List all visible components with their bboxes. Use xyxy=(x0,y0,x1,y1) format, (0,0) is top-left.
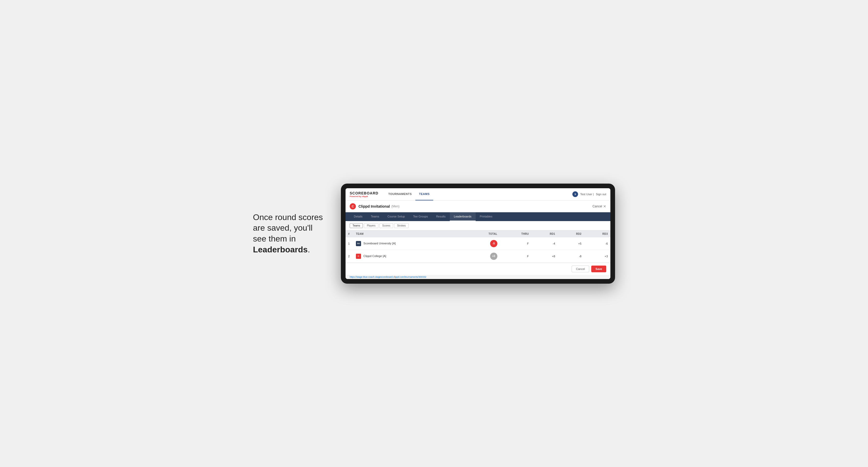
content-area: # TEAM TOTAL THRU RD1 RD2 RD3 1 SU Score… xyxy=(345,230,610,263)
team-logo: SU xyxy=(356,241,361,246)
row-rd2: +5 xyxy=(558,238,584,250)
side-description: Once round scores are saved, you'll see … xyxy=(253,212,326,255)
table-row: 2 C Clippd College [A] +3 F +8 -8 +3 xyxy=(345,250,610,262)
filter-strokes-button[interactable]: Strokes xyxy=(394,223,409,228)
logo-powered: Powered by clippd xyxy=(350,195,378,197)
col-rd1: RD1 xyxy=(531,230,558,238)
tab-teams[interactable]: Teams xyxy=(367,212,383,221)
row-rank: 2 xyxy=(345,250,353,262)
row-thru: F xyxy=(500,250,531,262)
bottom-save-button[interactable]: Save xyxy=(591,266,606,272)
row-rd1: +8 xyxy=(531,250,558,262)
side-text-part1: Once round scores are saved, you'll see … xyxy=(253,213,323,243)
nav-links: TOURNAMENTS TEAMS xyxy=(384,188,572,201)
tab-details[interactable]: Details xyxy=(350,212,367,221)
row-total: +3 xyxy=(465,250,500,262)
tournament-header: C Clippd Invitational (Men) Cancel ✕ xyxy=(345,201,610,212)
filter-players-button[interactable]: Players xyxy=(364,223,378,228)
tablet-device: SCOREBOARD Powered by clippd TOURNAMENTS… xyxy=(341,184,615,284)
logo-scoreboard: SCOREBOARD xyxy=(350,191,378,195)
tournament-title: Clippd Invitational xyxy=(359,204,390,209)
tab-navigation: Details Teams Course Setup Tee Groups Re… xyxy=(345,212,610,221)
sub-filters: Teams Players Scores Strokes xyxy=(345,221,610,230)
team-name: Clippd College [A] xyxy=(363,254,386,257)
nav-teams[interactable]: TEAMS xyxy=(415,188,433,201)
score-badge: +3 xyxy=(490,253,497,260)
row-rank: 1 xyxy=(345,238,353,250)
nav-tournaments[interactable]: TOURNAMENTS xyxy=(384,188,415,201)
user-name: Test User | xyxy=(580,193,594,196)
nav-right: S Test User | Sign out xyxy=(572,191,606,197)
logo-area: SCOREBOARD Powered by clippd xyxy=(350,191,378,197)
sign-out-link[interactable]: Sign out xyxy=(596,193,606,196)
row-team: SU Scoreboard University [A] xyxy=(353,238,465,250)
table-header-row: # TEAM TOTAL THRU RD1 RD2 RD3 xyxy=(345,230,610,238)
filter-teams-button[interactable]: Teams xyxy=(350,223,363,228)
status-url: https://stage-blue-coach.stagescoreboard… xyxy=(350,276,426,278)
side-text-bold: Leaderboards xyxy=(253,245,308,254)
tab-printables[interactable]: Printables xyxy=(476,212,497,221)
tab-tee-groups[interactable]: Tee Groups xyxy=(409,212,432,221)
filter-scores-button[interactable]: Scores xyxy=(379,223,393,228)
row-rd3: -6 xyxy=(584,238,610,250)
tab-results[interactable]: Results xyxy=(432,212,450,221)
table-row: 1 SU Scoreboard University [A] -5 F -4 +… xyxy=(345,238,610,250)
tab-course-setup[interactable]: Course Setup xyxy=(383,212,409,221)
row-rd3: +3 xyxy=(584,250,610,262)
tournament-icon: C xyxy=(350,203,356,210)
row-rd1: -4 xyxy=(531,238,558,250)
user-avatar: S xyxy=(572,191,578,197)
col-rank: # xyxy=(345,230,353,238)
bottom-cancel-button[interactable]: Cancel xyxy=(571,266,589,272)
side-text-end: . xyxy=(308,245,310,254)
tournament-cancel-button[interactable]: Cancel ✕ xyxy=(593,204,606,209)
col-team: TEAM xyxy=(353,230,465,238)
cancel-x-icon: ✕ xyxy=(603,204,606,209)
bottom-bar: Cancel Save xyxy=(345,263,610,275)
col-rd3: RD3 xyxy=(584,230,610,238)
team-name: Scoreboard University [A] xyxy=(363,242,396,245)
team-logo: C xyxy=(356,254,361,259)
row-thru: F xyxy=(500,238,531,250)
navbar: SCOREBOARD Powered by clippd TOURNAMENTS… xyxy=(345,188,610,201)
leaderboard-table: # TEAM TOTAL THRU RD1 RD2 RD3 1 SU Score… xyxy=(345,230,610,263)
row-total: -5 xyxy=(465,238,500,250)
row-team: C Clippd College [A] xyxy=(353,250,465,262)
col-thru: THRU xyxy=(500,230,531,238)
tab-leaderboards[interactable]: Leaderboards xyxy=(450,212,476,221)
score-badge: -5 xyxy=(490,240,497,247)
status-bar: https://stage-blue-coach.stagescoreboard… xyxy=(345,275,610,279)
col-total: TOTAL xyxy=(465,230,500,238)
tablet-screen: SCOREBOARD Powered by clippd TOURNAMENTS… xyxy=(345,188,610,279)
row-rd2: -8 xyxy=(558,250,584,262)
col-rd2: RD2 xyxy=(558,230,584,238)
tournament-subtitle: (Men) xyxy=(391,205,399,208)
